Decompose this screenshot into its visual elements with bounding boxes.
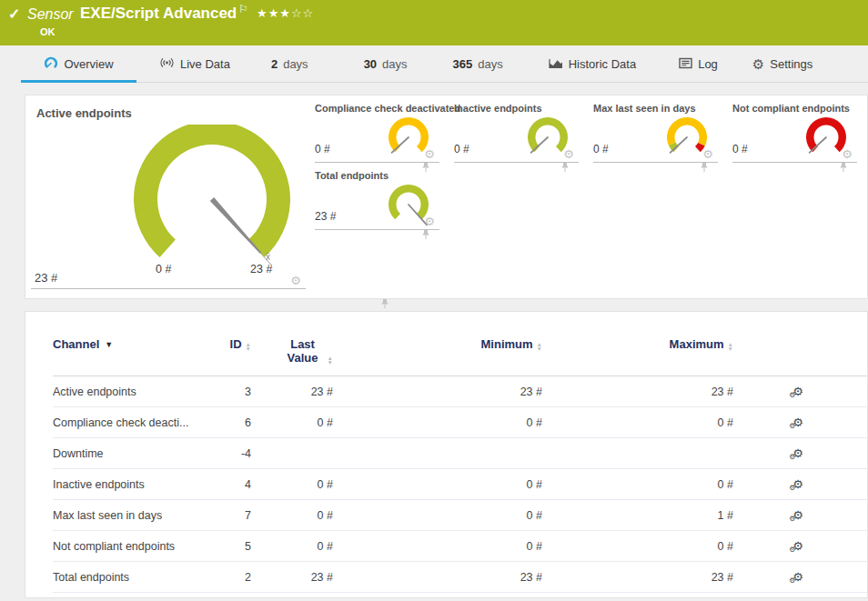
ok-check-icon: ✓ bbox=[8, 5, 20, 23]
gear-icon[interactable]: ⚙ bbox=[842, 148, 853, 160]
channel-id: 3 bbox=[219, 386, 251, 398]
gauge-average-marker: x̄ bbox=[266, 252, 270, 262]
gauge-tile-max-last-seen-in-days[interactable]: Max last seen in days0 #⚙ bbox=[593, 101, 718, 163]
minimum-value: 0 # bbox=[333, 540, 542, 553]
channel-name: Max last seen in days bbox=[53, 509, 219, 522]
gauge-title: Max last seen in days bbox=[593, 103, 696, 114]
tile-icons: ⚙ bbox=[424, 148, 438, 160]
tile-icons: ⚙ bbox=[702, 148, 716, 160]
channel-name: Compliance check deacti... bbox=[53, 416, 219, 429]
actions-cell: ⚙⚙ bbox=[733, 478, 811, 491]
column-header-last-value[interactable]: Last Value▲▼ bbox=[251, 337, 333, 365]
tab-live-data[interactable]: Live Data bbox=[159, 45, 230, 83]
stars-empty: ☆☆ bbox=[291, 6, 314, 20]
table-body: Active endpoints323 #23 #23 #⚙⚙Complianc… bbox=[53, 376, 867, 593]
gauge-title: Total endpoints bbox=[315, 170, 389, 181]
table-row: Downtime-4⚙⚙ bbox=[53, 438, 867, 469]
table-row: Not compliant endpoints50 #0 #0 #⚙⚙ bbox=[53, 531, 867, 562]
edit-channel-settings-icon[interactable]: ⚙⚙ bbox=[792, 540, 803, 552]
edit-channel-settings-icon[interactable]: ⚙⚙ bbox=[792, 416, 803, 428]
channel-id: 5 bbox=[219, 540, 251, 553]
broadcast-icon bbox=[159, 56, 175, 69]
minimum-value: 23 # bbox=[333, 571, 542, 584]
channel-name: Downtime bbox=[53, 447, 219, 460]
last-value: 0 # bbox=[251, 416, 333, 429]
tab-label: Live Data bbox=[180, 57, 230, 71]
tab-label: Overview bbox=[64, 57, 113, 71]
last-value: 0 # bbox=[251, 509, 333, 522]
channel-id: 4 bbox=[219, 478, 251, 491]
table-row: Max last seen in days70 #0 #1 #⚙⚙ bbox=[53, 500, 867, 531]
edit-channel-settings-icon[interactable]: ⚙⚙ bbox=[792, 571, 803, 583]
column-header-channel[interactable]: Channel▼ bbox=[53, 337, 219, 351]
column-header-minimum[interactable]: Minimum▲▼ bbox=[333, 337, 542, 351]
last-value: 23 # bbox=[251, 571, 333, 584]
area-chart-icon bbox=[549, 57, 563, 69]
edit-channel-settings-icon[interactable]: ⚙⚙ bbox=[792, 386, 803, 397]
tab-2-days[interactable]: 2days bbox=[271, 45, 308, 83]
gear-icon[interactable]: ⚙ bbox=[563, 148, 574, 160]
gear-icon[interactable]: ⚙ bbox=[424, 148, 435, 160]
gauge-tile-active-endpoints[interactable]: Active endpoints 0 # 23 # x̄ 23 # ⚙ bbox=[31, 101, 306, 289]
channel-name: Total endpoints bbox=[53, 571, 219, 584]
gear-icon[interactable]: ⚙ bbox=[424, 215, 435, 227]
tab-number: 2 bbox=[271, 57, 278, 71]
object-kind-label: Sensor bbox=[27, 6, 74, 23]
minimum-value: 0 # bbox=[333, 416, 542, 429]
gear-icon[interactable]: ⚙ bbox=[290, 275, 301, 286]
tab-label: days bbox=[283, 57, 308, 71]
actions-cell: ⚙⚙ bbox=[733, 386, 811, 398]
edit-channel-settings-icon[interactable]: ⚙⚙ bbox=[792, 447, 803, 459]
gear-icon: ⚙ bbox=[752, 56, 764, 72]
tile-icons: ⚙ bbox=[563, 148, 577, 160]
channel-name: Active endpoints bbox=[53, 386, 219, 398]
tab-settings[interactable]: ⚙Settings bbox=[752, 45, 812, 83]
small-gauges-grid: Compliance check deactivated0 #⚙Inactive… bbox=[315, 101, 861, 293]
gear-icon: ⚙ bbox=[752, 57, 764, 72]
actions-cell: ⚙⚙ bbox=[733, 571, 811, 584]
table-row: Active endpoints323 #23 #23 #⚙⚙ bbox=[53, 376, 867, 407]
actions-cell: ⚙⚙ bbox=[733, 447, 811, 460]
tab-365-days[interactable]: 365days bbox=[453, 45, 503, 83]
edit-channel-settings-icon[interactable]: ⚙⚙ bbox=[792, 478, 803, 490]
log-icon bbox=[679, 57, 692, 72]
table-row: Compliance check deacti...60 #0 #0 #⚙⚙ bbox=[53, 407, 867, 438]
tab-number: 30 bbox=[364, 57, 377, 71]
maximum-value: 1 # bbox=[542, 509, 733, 522]
tab-30-days[interactable]: 30days bbox=[364, 45, 408, 83]
priority-stars[interactable]: ★★★☆☆ bbox=[257, 6, 314, 20]
gauge-current-value: 23 # bbox=[35, 271, 57, 285]
gauge-tile-total-endpoints[interactable]: Total endpoints23 #⚙ bbox=[315, 168, 439, 230]
gauge-tile-not-compliant-endpoints[interactable]: Not compliant endpoints0 #⚙ bbox=[732, 101, 857, 163]
tab-overview[interactable]: Overview bbox=[21, 45, 136, 83]
tab-number: 365 bbox=[453, 57, 473, 71]
gear-icon[interactable]: ⚙ bbox=[702, 148, 713, 160]
edit-channel-settings-icon[interactable]: ⚙⚙ bbox=[792, 509, 803, 521]
broadcast-icon bbox=[159, 56, 175, 72]
sort-icon: ▲▼ bbox=[328, 356, 333, 365]
gauge-tile-compliance-check-deactivated[interactable]: Compliance check deactivated0 #⚙ bbox=[315, 101, 439, 163]
sort-desc-icon: ▼ bbox=[105, 340, 113, 349]
gauge-title: Inactive endpoints bbox=[454, 103, 542, 114]
stars-filled: ★★★ bbox=[257, 6, 291, 20]
column-header-id[interactable]: ID▲▼ bbox=[219, 337, 251, 351]
tab-label: Settings bbox=[770, 57, 812, 71]
gauge-chart bbox=[121, 125, 312, 281]
actions-cell: ⚙⚙ bbox=[733, 509, 811, 522]
status-badge: OK bbox=[40, 26, 56, 37]
chart-icon bbox=[549, 57, 563, 72]
tile-icons: ⚙ bbox=[842, 148, 855, 160]
channel-id: 6 bbox=[219, 416, 251, 429]
gauge-tile-inactive-endpoints[interactable]: Inactive endpoints0 #⚙ bbox=[454, 101, 579, 163]
tab-log[interactable]: Log bbox=[679, 45, 718, 83]
tab-historic-data[interactable]: Historic Data bbox=[549, 45, 636, 83]
column-header-maximum[interactable]: Maximum▲▼ bbox=[542, 337, 733, 351]
gauge-min-label: 0 # bbox=[156, 263, 171, 275]
channel-table-panel: Channel▼ ID▲▼ Last Value▲▼ Minimum▲▼ Max… bbox=[25, 311, 868, 598]
gauge-current-value: 0 # bbox=[454, 143, 469, 155]
channel-name: Inactive endpoints bbox=[53, 478, 219, 491]
sort-icon: ▲▼ bbox=[728, 342, 733, 351]
gauge-icon bbox=[44, 56, 58, 69]
flag-icon[interactable]: ⚐ bbox=[238, 3, 248, 15]
gauge-current-value: 23 # bbox=[315, 210, 336, 223]
